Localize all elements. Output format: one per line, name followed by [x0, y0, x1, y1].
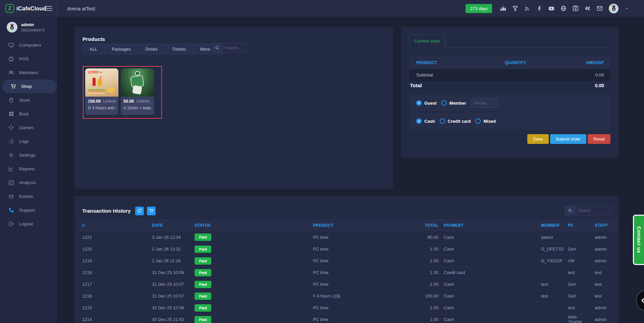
table-row[interactable]: 12191 Jan 26 11:18 Paid PC time1.00 Cash…	[79, 255, 618, 267]
sidebar-item-pos[interactable]: POS	[0, 52, 57, 66]
product-image: 1339X·+	[85, 68, 118, 97]
sidebar-item-events[interactable]: Events	[0, 190, 57, 203]
col-quantity: QUANTITY	[505, 60, 553, 65]
col-id[interactable]: #	[79, 219, 149, 231]
sidebar-item-support[interactable]: Support	[0, 203, 57, 217]
chevron-down-icon[interactable]	[625, 6, 629, 11]
reset-button[interactable]: Reset	[588, 134, 610, 144]
sidebar-item-logs[interactable]: Logs	[0, 134, 57, 148]
col-status[interactable]: STATUS	[192, 219, 310, 231]
save-button[interactable]: Save	[527, 134, 549, 144]
payment-type-row: Cash Credit card Mixed	[409, 113, 610, 129]
menu-toggle-icon[interactable]	[44, 5, 52, 12]
icafecloud-site-icon[interactable]	[573, 5, 579, 11]
mixed-label[interactable]: Mixed	[483, 119, 496, 124]
table-row[interactable]: 121631 Dec 25 10:07 Paid F 4 hours (1$)1…	[79, 290, 618, 302]
user-avatar[interactable]	[609, 4, 619, 13]
mixed-radio[interactable]	[475, 118, 481, 124]
phone-input[interactable]	[471, 98, 498, 108]
sidebar-item-reports[interactable]: Reports	[0, 162, 57, 176]
col-payment[interactable]: PAYMENT	[441, 219, 538, 231]
sidebar-item-logout[interactable]: Logout	[0, 217, 57, 231]
col-total[interactable]: TOTAL	[396, 219, 441, 231]
contact-us-tab[interactable]: Contact us	[633, 215, 644, 265]
collapse-widget-button[interactable]	[636, 290, 644, 311]
sidebar-user[interactable]: admin 005193482475	[7, 22, 45, 33]
sidebar-item-label: Logs	[19, 139, 29, 144]
app-root: 2 iCafeCloud Arena aiTest 273 days	[0, 0, 644, 323]
transactions-title: Transaction History	[82, 208, 131, 214]
gamepad-icon	[8, 125, 14, 130]
tab-packages[interactable]: Packages	[104, 44, 138, 55]
product-name: G 4 Hours and f...	[88, 106, 116, 110]
transactions-header: Transaction History	[82, 207, 156, 215]
transactions-search-input[interactable]	[575, 206, 611, 215]
product-card-package-2[interactable]: 50.00 Unlimit... A 10min + water	[121, 68, 154, 115]
member-radio[interactable]	[441, 100, 447, 106]
youtube-icon[interactable]	[548, 5, 554, 11]
sidebar-item-computers[interactable]: Computers	[0, 38, 57, 52]
sidebar-item-label: POS	[19, 56, 29, 61]
sidebar-item-settings[interactable]: Settings	[0, 148, 57, 162]
col-staff[interactable]: STAFF	[592, 219, 618, 231]
table-row[interactable]: 121430 Dec 25 21:53 Paid PC time1.00 Cas…	[79, 314, 618, 323]
total-label: Total	[409, 83, 422, 89]
ranking-icon[interactable]	[500, 5, 506, 11]
rss-icon[interactable]	[524, 5, 530, 11]
sidebar-menu: Computers POS Members Shop Store Boot	[0, 38, 57, 231]
col-pc[interactable]: PC	[565, 219, 592, 231]
order-table: PRODUCT QUANTITY AMOUNT Subtotal 0.00	[409, 56, 610, 81]
license-days-badge[interactable]: 273 days	[466, 4, 492, 13]
col-product[interactable]: PRODUCT	[310, 219, 396, 231]
people-icon	[8, 70, 14, 75]
transactions-controls: Recent data	[565, 206, 609, 215]
product-name: A 10min + water	[123, 106, 151, 110]
sidebar-item-members[interactable]: Members	[0, 66, 57, 79]
products-search-input[interactable]	[222, 43, 249, 53]
sidebar-item-label: Store	[19, 98, 30, 103]
search-icon[interactable]	[212, 43, 222, 53]
col-date[interactable]: DATE	[149, 219, 192, 231]
order-tab-row: Current order	[409, 35, 610, 48]
product-card-package-1[interactable]: 1339X·+ 150.00 Unlimit... G 4 Hours and …	[85, 68, 118, 115]
col-amount: AMOUNT	[553, 60, 610, 65]
tab-drinks[interactable]: Drinks	[138, 44, 165, 55]
cart-orders-button[interactable]	[147, 207, 156, 215]
sidebar-item-shop[interactable]: Shop	[2, 79, 57, 93]
user-name: admin	[21, 22, 45, 27]
guest-label[interactable]: Guest	[424, 101, 437, 106]
member-label[interactable]: Member	[449, 101, 466, 106]
credit-card-label[interactable]: Credit card	[448, 119, 471, 124]
fries-shape	[107, 88, 115, 93]
tab-all[interactable]: ALL	[82, 44, 104, 55]
guest-radio[interactable]	[416, 100, 422, 106]
mail-icon[interactable]	[597, 5, 603, 11]
status-badge: Paid	[195, 269, 211, 276]
cash-label[interactable]: Cash	[424, 119, 435, 124]
tab-current-order[interactable]: Current order	[409, 35, 445, 48]
sidebar-item-analysis[interactable]: Analysis	[0, 176, 57, 190]
tab-tickets[interactable]: Tickets	[165, 44, 193, 55]
sidebar-item-boot[interactable]: Boot	[0, 107, 57, 121]
table-row[interactable]: 121731 Dec 25 10:07 Paid PC time1.00 Cas…	[79, 278, 618, 290]
product-price: 150.00	[88, 99, 101, 104]
layers-icon[interactable]	[585, 5, 591, 11]
refresh-button[interactable]	[135, 207, 144, 215]
globe-icon[interactable]	[560, 5, 567, 11]
product-price: 50.00	[123, 99, 134, 104]
order-total-row: Total 0.00	[409, 83, 610, 89]
table-row[interactable]: 12202 Jan 26 13:32 Paid PC time1.00 Cash…	[79, 243, 618, 255]
cash-radio[interactable]	[416, 118, 422, 124]
sidebar-item-games[interactable]: Games	[0, 121, 57, 134]
table-row[interactable]: 12213 Jan 26 12:34 Paid PC time90.00 Cas…	[79, 231, 618, 243]
credit-card-radio[interactable]	[440, 118, 445, 124]
facebook-icon[interactable]	[536, 5, 542, 11]
submit-order-button[interactable]: Submit order	[550, 134, 586, 144]
table-row[interactable]: 121530 Dec 25 22:08 Paid PC time1.00 Cas…	[79, 302, 618, 314]
sidebar-item-label: Shop	[21, 84, 32, 89]
search-icon[interactable]	[565, 206, 575, 215]
table-row[interactable]: 121831 Dec 25 10:08 Paid PC time1.00 Cre…	[79, 267, 618, 278]
trophy-icon[interactable]	[512, 5, 518, 11]
col-member[interactable]: MEMBER	[538, 219, 565, 231]
sidebar-item-store[interactable]: Store	[0, 93, 57, 107]
